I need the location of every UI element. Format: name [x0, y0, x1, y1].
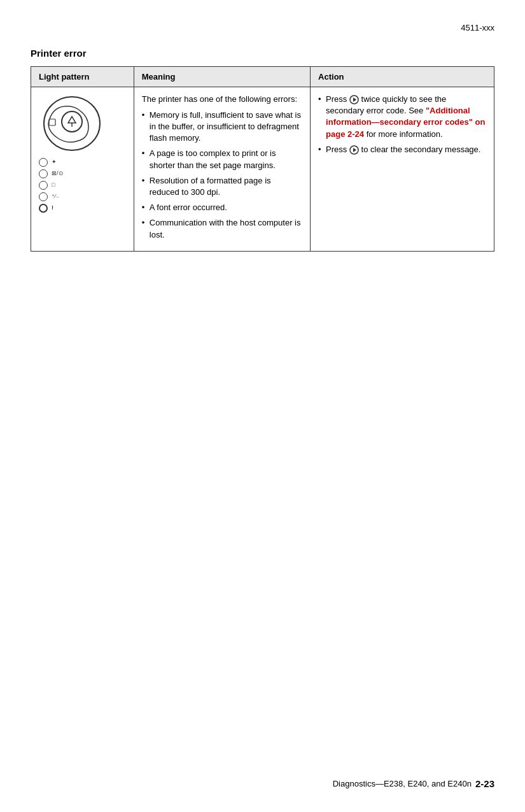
light-icon-5: !: [52, 204, 53, 212]
meaning-bullet-5: Communication with the host computer is …: [142, 217, 302, 240]
led-4: [39, 192, 48, 201]
meaning-bullet-list: Memory is full, insufficient to save wha…: [142, 110, 302, 241]
meaning-cell: The printer has one of the following err…: [134, 87, 310, 252]
footer-text: Diagnostics—E238, E240, and E240n 2-23: [333, 778, 494, 789]
meaning-intro: The printer has one of the following err…: [142, 94, 302, 106]
action-bullet-1: Press twice quickly to see the secondary…: [318, 94, 486, 140]
page-header: 4511-xxx: [0, 0, 525, 32]
table-row: ✦ ⊠/⊙ □ ⁺∕₋: [31, 87, 494, 252]
col-header-light-pattern: Light pattern: [31, 67, 134, 87]
col-header-meaning: Meaning: [134, 67, 310, 87]
led-2: [39, 169, 48, 178]
action-press-2-after: to clear the secondary message.: [361, 145, 481, 154]
indicator-row-2: ⊠/⊙: [39, 169, 64, 178]
svg-marker-2: [68, 117, 76, 123]
error-table: Light pattern Meaning Action: [31, 66, 494, 252]
action-cell: Press twice quickly to see the secondary…: [311, 87, 494, 252]
meaning-bullet-2: A page is too complex to print or is sho…: [142, 148, 302, 171]
meaning-bullet-4: A font error occurred.: [142, 202, 302, 213]
light-icon-4: ⁺∕₋: [52, 192, 59, 201]
model-number: 4511-xxx: [461, 23, 494, 32]
led-1: [39, 158, 48, 167]
printer-body-icon: [39, 95, 102, 152]
svg-marker-8: [353, 148, 356, 152]
footer-label: Diagnostics—E238, E240, and E240n: [333, 779, 472, 788]
action-press-2-before: Press: [326, 145, 349, 154]
led-3: [39, 181, 48, 190]
indicator-row-1: ✦: [39, 158, 57, 167]
indicator-row-4: ⁺∕₋: [39, 192, 59, 201]
indicator-row-3: □: [39, 181, 55, 190]
action-bullet-2: Press to clear the secondary message.: [318, 144, 486, 155]
col-header-action: Action: [311, 67, 494, 87]
content-area: Light pattern Meaning Action: [0, 66, 525, 252]
section-title: Printer error: [0, 32, 525, 66]
light-pattern-cell: ✦ ⊠/⊙ □ ⁺∕₋: [31, 87, 134, 252]
action-press-1-end: for more information.: [367, 129, 443, 139]
footer-page: 2-23: [475, 778, 494, 789]
page-footer: Diagnostics—E238, E240, and E240n 2-23: [0, 778, 525, 789]
light-icon-1: ✦: [52, 158, 57, 166]
go-button-icon-2: [349, 145, 359, 155]
svg-rect-4: [49, 119, 55, 125]
meaning-bullet-3: Resolution of a formatted page is reduce…: [142, 175, 302, 198]
indicator-row-5: !: [39, 204, 53, 213]
svg-marker-6: [353, 97, 356, 102]
led-5: [39, 204, 48, 213]
meaning-bullet-1: Memory is full, insufficient to save wha…: [142, 110, 302, 145]
action-press-1-before: Press: [326, 94, 349, 104]
svg-point-1: [62, 111, 82, 132]
light-icon-2: ⊠/⊙: [52, 169, 64, 178]
action-bullet-list: Press twice quickly to see the secondary…: [318, 94, 486, 155]
light-icon-3: □: [52, 181, 55, 189]
go-button-icon-1: [349, 95, 359, 104]
printer-diagram: ✦ ⊠/⊙ □ ⁺∕₋: [39, 95, 126, 213]
